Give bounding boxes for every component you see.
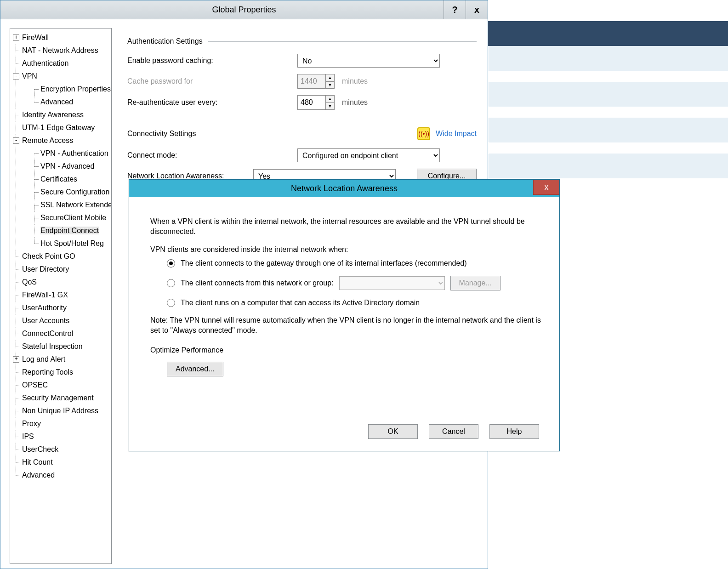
option-internal-interfaces[interactable]: The client connects to the gateway throu… (167, 259, 541, 267)
tree-vpn-advanced[interactable]: Advanced (40, 98, 73, 106)
tree-hitcount[interactable]: Hit Count (22, 458, 53, 466)
tree-connectcontrol[interactable]: ConnectControl (22, 330, 73, 337)
cache-for-spinner: ▲ ▼ (297, 74, 335, 89)
tree-vpn-encryption[interactable]: Encryption Properties (40, 85, 111, 93)
option-network-group[interactable]: The client connects from this network or… (167, 276, 541, 290)
nla-dialog: Network Location Awareness x When a VPN … (129, 179, 560, 451)
enable-caching-select[interactable]: No (297, 54, 440, 68)
conn-section-header: Connectivity Settings ((•)) Wide Impact (127, 127, 477, 140)
parent-titlebar: Global Properties ? x (0, 0, 488, 19)
tree-nat[interactable]: NAT - Network Address (22, 46, 98, 54)
modal-close-button[interactable]: x (533, 180, 559, 195)
tree-fw1gx[interactable]: FireWall-1 GX (22, 291, 68, 299)
modal-note: Note: The VPN tunnel will resume automat… (150, 315, 541, 336)
consider-inside-label: VPN clients are considered inside the in… (150, 245, 541, 254)
auth-section-header: Authentication Settings (127, 37, 477, 46)
option1-label: The client connects to the gateway throu… (181, 259, 467, 267)
tree-qos[interactable]: QoS (22, 278, 37, 286)
collapse-toggle[interactable]: - (13, 137, 19, 144)
radio-icon[interactable] (167, 259, 175, 267)
tree-identity[interactable]: Identity Awareness (22, 111, 84, 119)
ok-button[interactable]: OK (368, 424, 418, 439)
advanced-button[interactable]: Advanced... (167, 362, 223, 376)
conn-section-title: Connectivity Settings (127, 130, 196, 138)
tree-opsec[interactable]: OPSEC (22, 381, 48, 389)
wide-impact-icon: ((•)) (417, 127, 430, 140)
tree-ra-endpoint[interactable]: Endpoint Connect (40, 227, 99, 234)
modal-intro: When a VPN client is within the internal… (150, 216, 541, 237)
tree-ra-cert[interactable]: Certificates (40, 175, 77, 183)
tree-utm[interactable]: UTM-1 Edge Gateway (22, 124, 95, 131)
tree-firewall[interactable]: FireWall (22, 34, 49, 41)
spin-up-icon: ▲ (326, 74, 334, 82)
tree-ra-secure-conf[interactable]: Secure Configuration (40, 188, 109, 196)
manage-button: Manage... (450, 276, 500, 290)
tree-vpn[interactable]: VPN (22, 72, 37, 80)
tree-proxy[interactable]: Proxy (22, 420, 41, 427)
expand-toggle[interactable]: + (13, 356, 19, 363)
help-button[interactable]: ? (444, 0, 466, 19)
spin-down-icon: ▼ (326, 82, 334, 89)
radio-icon[interactable] (167, 279, 175, 287)
help-button[interactable]: Help (489, 424, 539, 439)
tree-remote-access[interactable]: Remote Access (22, 137, 73, 144)
modal-titlebar: Network Location Awareness x (129, 180, 559, 197)
network-group-select (339, 276, 445, 290)
enable-caching-label: Enable password caching: (127, 57, 297, 65)
parent-title: Global Properties (212, 5, 276, 15)
optimize-section-title: Optimize Performance (150, 346, 223, 354)
spin-up-icon[interactable]: ▲ (326, 96, 334, 103)
collapse-toggle[interactable]: - (13, 73, 19, 80)
tree-ra-hotspot[interactable]: Hot Spot/Hotel Reg (40, 239, 104, 247)
modal-footer: OK Cancel Help (368, 424, 539, 439)
tree-cpgo[interactable]: Check Point GO (22, 252, 75, 260)
reauth-label: Re-authenticate user every: (127, 98, 297, 107)
reauth-spinner[interactable]: ▲ ▼ (297, 95, 335, 110)
tree-user-accounts[interactable]: User Accounts (22, 317, 69, 324)
tree-user-authority[interactable]: UserAuthority (22, 304, 67, 312)
tree-ra-ssl[interactable]: SSL Network Extender (40, 201, 112, 209)
tree-stateful[interactable]: Stateful Inspection (22, 342, 83, 350)
nav-tree[interactable]: + FireWall NAT - Network Address Authent… (10, 28, 112, 564)
tree-ra-adv[interactable]: VPN - Advanced (40, 162, 94, 170)
cache-for-input (298, 74, 325, 88)
connect-mode-select[interactable]: Configured on endpoint client (297, 148, 440, 162)
optimize-section-header: Optimize Performance (150, 346, 541, 354)
close-button[interactable]: x (466, 0, 488, 19)
tree-ra-sc-mobile[interactable]: SecureClient Mobile (40, 214, 106, 222)
connect-mode-label: Connect mode: (127, 151, 297, 159)
modal-body: When a VPN client is within the internal… (136, 202, 553, 446)
tree-non-unique[interactable]: Non Unique IP Address (22, 407, 98, 415)
cancel-button[interactable]: Cancel (429, 424, 478, 439)
tree-ips[interactable]: IPS (22, 432, 34, 440)
tree-advanced[interactable]: Advanced (22, 471, 55, 479)
spin-down-icon[interactable]: ▼ (326, 103, 334, 110)
tree-reporting[interactable]: Reporting Tools (22, 368, 73, 376)
tree-authentication[interactable]: Authentication (22, 59, 68, 67)
modal-title: Network Location Awareness (291, 184, 398, 193)
auth-section-title: Authentication Settings (127, 37, 203, 46)
option-ad-domain[interactable]: The client runs on a computer that can a… (167, 299, 541, 307)
tree-sec-mgmt[interactable]: Security Management (22, 394, 94, 402)
tree-ra-auth[interactable]: VPN - Authentication (40, 149, 108, 157)
tree-user-dir[interactable]: User Directory (22, 265, 69, 273)
cache-for-unit: minutes (342, 77, 368, 85)
wide-impact-label: Wide Impact (436, 130, 477, 138)
expand-toggle[interactable]: + (13, 34, 19, 41)
tree-log-alert[interactable]: Log and Alert (22, 355, 65, 363)
radio-icon[interactable] (167, 299, 175, 307)
tree-usercheck[interactable]: UserCheck (22, 445, 58, 453)
reauth-input[interactable] (298, 96, 325, 109)
option2-label: The client connects from this network or… (181, 279, 334, 287)
option3-label: The client runs on a computer that can a… (181, 299, 420, 307)
cache-for-label: Cache password for (127, 77, 297, 85)
reauth-unit: minutes (342, 98, 368, 107)
